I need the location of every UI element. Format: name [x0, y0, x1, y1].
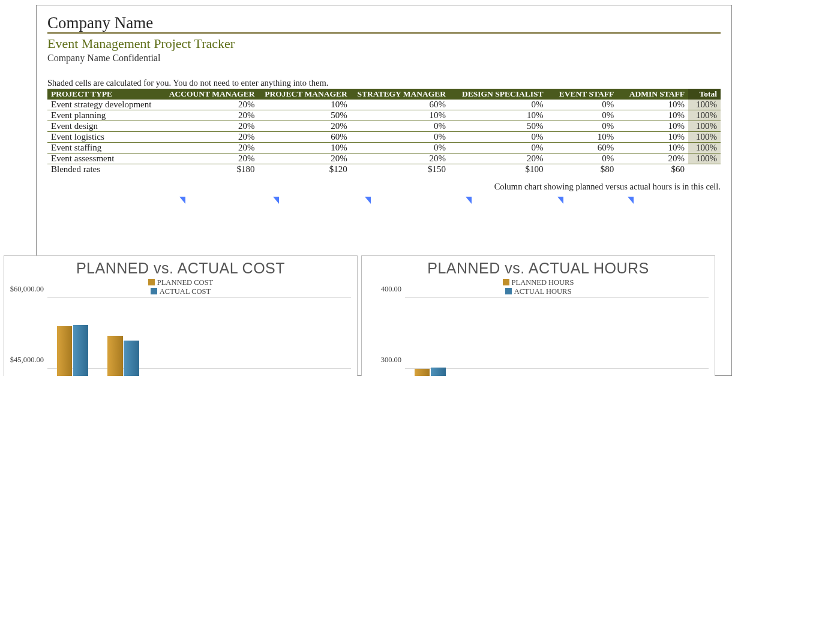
- cell-value[interactable]: 10%: [258, 100, 350, 110]
- plot-area: 0.00100.00200.00300.00400.00ACCOUNT MANA…: [405, 298, 709, 376]
- cell-value[interactable]: 10%: [258, 143, 350, 154]
- column-header[interactable]: EVENT STAFF: [547, 89, 617, 100]
- triangle-icon: [273, 197, 279, 204]
- cell-value[interactable]: 20%: [166, 143, 259, 154]
- row-label[interactable]: Event staffing: [47, 143, 166, 154]
- cell-value[interactable]: $100: [449, 164, 547, 175]
- triangle-icon: [365, 197, 371, 204]
- row-label[interactable]: Blended rates: [47, 164, 166, 175]
- triangle-icon: [466, 197, 472, 204]
- cell-value[interactable]: 0%: [351, 143, 449, 154]
- cell-value[interactable]: 20%: [258, 154, 350, 164]
- cell-value[interactable]: 50%: [449, 121, 547, 132]
- triangle-icon: [628, 197, 634, 204]
- triangle-icon: [557, 197, 563, 204]
- instruction-note: Shaded cells are calculated for you. You…: [47, 78, 721, 88]
- cell-value[interactable]: 20%: [166, 110, 259, 121]
- chart-bar: [73, 325, 88, 376]
- cell-value[interactable]: $180: [166, 164, 259, 175]
- chart-bar: [107, 336, 122, 376]
- cell-value[interactable]: 10%: [617, 132, 688, 143]
- column-header[interactable]: PROJECT MANAGER: [258, 89, 350, 100]
- cell-value[interactable]: 0%: [449, 100, 547, 110]
- cell-value[interactable]: 10%: [617, 100, 688, 110]
- chart[interactable]: PLANNED vs. ACTUAL HOURSPLANNED HOURSACT…: [361, 255, 715, 376]
- table-row[interactable]: Event assessment20%20%20%20%0%20%100%: [47, 154, 721, 164]
- legend-label: ACTUAL COST: [160, 287, 211, 296]
- allocation-table[interactable]: PROJECT TYPEACCOUNT MANAGERPROJECT MANAG…: [47, 89, 721, 174]
- cell-total: 100%: [688, 100, 721, 110]
- cell-total: 100%: [688, 143, 721, 154]
- cell-total: 100%: [688, 110, 721, 121]
- table-row[interactable]: Event planning20%50%10%10%0%10%100%: [47, 110, 721, 121]
- row-label[interactable]: Event design: [47, 121, 166, 132]
- cell-value[interactable]: 20%: [166, 121, 259, 132]
- cell-value[interactable]: 60%: [547, 143, 617, 154]
- confidential-label: Company Name Confidential: [47, 53, 721, 64]
- y-tick-label: $45,000.00: [10, 356, 47, 365]
- cell-total: 100%: [688, 154, 721, 164]
- row-label[interactable]: Event planning: [47, 110, 166, 121]
- cell-value[interactable]: 0%: [449, 143, 547, 154]
- legend-label: PLANNED COST: [157, 278, 213, 287]
- company-title: Company Name: [47, 14, 721, 34]
- y-tick-label: 400.00: [381, 285, 405, 294]
- column-header[interactable]: DESIGN SPECIALIST: [449, 89, 547, 100]
- cell-value[interactable]: 60%: [351, 100, 449, 110]
- cell-value[interactable]: 20%: [617, 154, 688, 164]
- cell-value[interactable]: 20%: [166, 100, 259, 110]
- chart[interactable]: PLANNED vs. ACTUAL COSTPLANNED COSTACTUA…: [4, 255, 358, 376]
- chart-title: PLANNED vs. ACTUAL COST: [4, 260, 357, 277]
- chart-bar: [431, 368, 446, 376]
- chart-legend: PLANNED COSTACTUAL COST: [4, 278, 357, 296]
- row-label[interactable]: Event strategy development: [47, 100, 166, 110]
- column-header[interactable]: STRATEGY MANAGER: [351, 89, 449, 100]
- table-row[interactable]: Event design20%20%0%50%0%10%100%: [47, 121, 721, 132]
- chart-legend: PLANNED HOURSACTUAL HOURS: [362, 278, 715, 296]
- cell-value[interactable]: 20%: [449, 154, 547, 164]
- table-row[interactable]: Event logistics20%60%0%0%10%10%100%: [47, 132, 721, 143]
- table-row[interactable]: Event staffing20%10%0%0%60%10%100%: [47, 143, 721, 154]
- cell-value[interactable]: 0%: [351, 132, 449, 143]
- cell-total: 100%: [688, 132, 721, 143]
- triangle-icon: [179, 197, 185, 204]
- cell-value[interactable]: $150: [351, 164, 449, 175]
- cell-value[interactable]: 20%: [166, 132, 259, 143]
- cell-value[interactable]: 0%: [547, 100, 617, 110]
- cell-value[interactable]: 50%: [258, 110, 350, 121]
- row-label[interactable]: Event assessment: [47, 154, 166, 164]
- cell-value[interactable]: 20%: [351, 154, 449, 164]
- cell-value[interactable]: 10%: [617, 110, 688, 121]
- cell-value[interactable]: 20%: [166, 154, 259, 164]
- cell-value[interactable]: $80: [547, 164, 617, 175]
- legend-label: ACTUAL HOURS: [514, 287, 572, 296]
- cell-value[interactable]: 10%: [449, 110, 547, 121]
- cell-value[interactable]: 10%: [617, 121, 688, 132]
- cell-value[interactable]: 10%: [547, 132, 617, 143]
- legend-label: PLANNED HOURS: [512, 278, 574, 287]
- row-label[interactable]: Event logistics: [47, 132, 166, 143]
- cell-value[interactable]: 60%: [258, 132, 350, 143]
- cell-value[interactable]: 10%: [351, 110, 449, 121]
- chart-bar: [57, 326, 72, 376]
- column-header[interactable]: ADMIN STAFF: [617, 89, 688, 100]
- cell-value[interactable]: 10%: [617, 143, 688, 154]
- cell-value[interactable]: $60: [617, 164, 688, 175]
- cell-value[interactable]: 20%: [258, 121, 350, 132]
- cell-value[interactable]: 0%: [547, 110, 617, 121]
- column-header[interactable]: Total: [688, 89, 721, 100]
- y-tick-label: $60,000.00: [10, 285, 47, 294]
- cell-value[interactable]: 0%: [547, 154, 617, 164]
- cell-value[interactable]: 0%: [547, 121, 617, 132]
- cell-total: 100%: [688, 121, 721, 132]
- plot-area: $0.00$15,000.00$30,000.00$45,000.00$60,0…: [47, 298, 351, 376]
- column-header[interactable]: PROJECT TYPE: [47, 89, 166, 100]
- column-indicator-row: [47, 197, 721, 207]
- cell-value[interactable]: 0%: [351, 121, 449, 132]
- y-tick-label: 300.00: [381, 356, 405, 365]
- column-header[interactable]: ACCOUNT MANAGER: [166, 89, 259, 100]
- cell-value[interactable]: $120: [258, 164, 350, 175]
- table-row[interactable]: Event strategy development20%10%60%0%0%1…: [47, 100, 721, 110]
- blended-rates-row[interactable]: Blended rates$180$120$150$100$80$60: [47, 164, 721, 175]
- cell-value[interactable]: 0%: [449, 132, 547, 143]
